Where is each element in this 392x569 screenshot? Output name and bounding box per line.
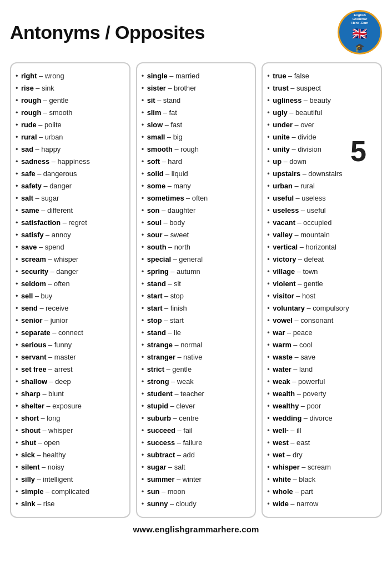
list-item: water – land [267,363,375,376]
list-item: soft – hard [142,156,250,168]
list-item: smooth – rough [142,143,250,156]
list-item: stranger – native [142,351,250,363]
list-item: sit – stand [142,94,250,107]
list-item: village – town [267,266,375,278]
list-item: upstairs – downstairs [267,168,375,180]
list-item: serious – funny [16,339,124,351]
list-item: safety – danger [16,180,124,192]
list-item: stand – lie [142,327,250,339]
list-item: spring – autumn [142,266,250,278]
list-item: whisper – scream [267,461,375,473]
page-header: Antonyms / Opposites EnglishGrammarHere … [10,10,382,54]
list-item: wealthy – poor [267,400,375,412]
list-item: right – wrong [16,70,124,82]
content-area: 5 right – wrongrise – sinkrough – gentle… [10,62,382,518]
list-item: some – many [142,180,250,192]
word-list-2: single – marriedsister – brothersit – st… [142,70,250,510]
list-item: summer – winter [142,473,250,486]
column-3: true – falsetrust – suspectugliness – be… [262,62,382,518]
list-item: silly – intelligent [16,473,124,486]
list-item: sink – rise [16,498,124,510]
list-item: salt – sugar [16,192,124,204]
list-item: sunny – cloudy [142,498,250,510]
column-2: single – marriedsister – brothersit – st… [136,62,257,518]
list-item: single – married [142,70,250,82]
list-item: south – north [142,241,250,253]
list-item: slow – fast [142,119,250,131]
list-item: war – peace [267,327,375,339]
list-item: wealth – poverty [267,388,375,400]
list-item: rural – urban [16,131,124,143]
list-item: useless – useful [267,204,375,217]
list-item: vowel – consonant [267,315,375,327]
list-item: sister – brother [142,82,250,94]
list-item: voluntary – compulsory [267,302,375,315]
list-item: security – danger [16,266,124,278]
list-item: student – teacher [142,388,250,400]
list-item: save – spend [16,241,124,253]
list-item: stop – start [142,315,250,327]
list-item: slim – fat [142,107,250,119]
list-item: up – down [267,156,375,168]
list-item: satisfy – annoy [16,229,124,241]
columns-wrapper: right – wrongrise – sinkrough – gentlero… [10,62,382,518]
list-item: warm – cool [267,339,375,351]
word-list-3: true – falsetrust – suspectugliness – be… [267,70,375,510]
list-item: under – over [267,119,375,131]
list-item: visitor – host [267,290,375,302]
list-item: sugar – salt [142,461,250,473]
list-item: sharp – blunt [16,388,124,400]
list-item: rude – polite [16,119,124,131]
logo: EnglishGrammarHere .Com 🇬🇧 🎓 [338,10,382,54]
list-item: special – general [142,253,250,266]
page-title: Antonyms / Opposites [10,22,205,43]
list-item: unity – division [267,143,375,156]
list-item: rough – gentle [16,94,124,107]
list-item: servant – master [16,351,124,363]
list-item: west – east [267,437,375,449]
list-item: ugliness – beauty [267,94,375,107]
list-item: sometimes – often [142,192,250,204]
list-item: wedding – divorce [267,412,375,425]
list-item: trust – suspect [267,82,375,94]
list-item: separate – connect [16,327,124,339]
footer: www.englishgrammarhere.com [10,525,382,534]
list-item: victory – defeat [267,253,375,266]
list-item: useful – useless [267,192,375,204]
list-item: sour – sweet [142,229,250,241]
list-item: wide – narrow [267,498,375,510]
list-item: rough – smooth [16,107,124,119]
list-item: stupid – clever [142,400,250,412]
list-item: violent – gentle [267,278,375,290]
column-1: right – wrongrise – sinkrough – gentlero… [10,62,130,518]
list-item: sell – buy [16,290,124,302]
list-item: seldom – often [16,278,124,290]
list-item: sadness – happiness [16,156,124,168]
list-item: rise – sink [16,82,124,94]
list-item: shout – whisper [16,425,124,437]
list-item: shut – open [16,437,124,449]
list-item: whole – part [267,486,375,498]
list-item: set free – arrest [16,363,124,376]
list-item: sad – happy [16,143,124,156]
list-item: succeed – fail [142,425,250,437]
word-list-1: right – wrongrise – sinkrough – gentlero… [16,70,124,510]
list-item: start – finish [142,302,250,315]
list-item: solid – liquid [142,168,250,180]
list-item: stand – sit [142,278,250,290]
list-item: same – different [16,204,124,217]
list-item: short – long [16,412,124,425]
list-item: suburb – centre [142,412,250,425]
list-item: vacant – occupied [267,217,375,229]
list-item: son – daughter [142,204,250,217]
flag-icon: 🇬🇧 [350,26,370,42]
list-item: send – receive [16,302,124,315]
list-item: strong – weak [142,376,250,388]
list-item: subtract – add [142,449,250,461]
list-item: weak – powerful [267,376,375,388]
list-item: scream – whisper [16,253,124,266]
list-item: strange – normal [142,339,250,351]
list-item: sun – moon [142,486,250,498]
list-item: silent – noisy [16,461,124,473]
list-item: shallow – deep [16,376,124,388]
